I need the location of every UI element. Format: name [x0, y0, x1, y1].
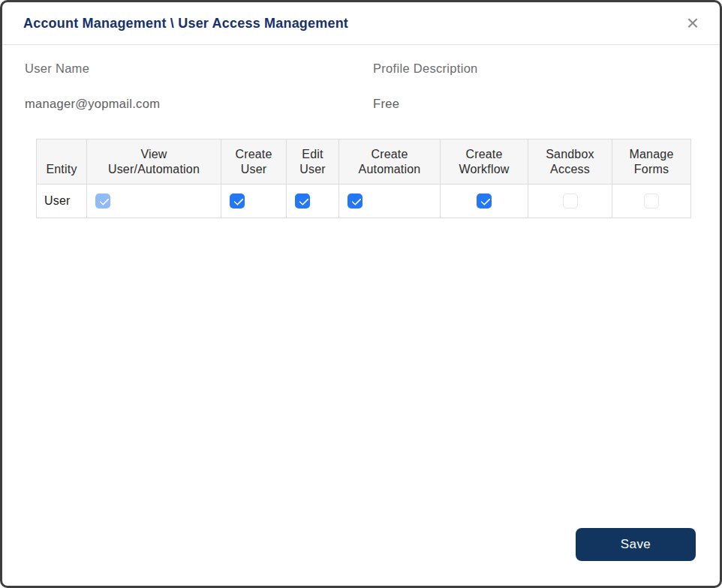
user-name-value: manager@yopmail.com [25, 96, 373, 111]
manage-forms-checkbox [644, 194, 659, 208]
profile-description-value: Free [373, 96, 697, 111]
profile-description-label: Profile Description [373, 61, 697, 76]
manage-forms-cell [612, 184, 691, 218]
create-user-checkbox[interactable] [230, 194, 245, 208]
save-button[interactable]: Save [576, 528, 696, 561]
dialog-header: Account Management \ User Access Managem… [2, 2, 720, 45]
create-user-cell [221, 184, 287, 218]
user-info-section: User Name Profile Description manager@yo… [25, 61, 697, 111]
entity-cell: User [37, 184, 87, 218]
table-row: User [37, 184, 691, 218]
close-button[interactable]: × [684, 13, 702, 34]
column-header-view-user-automation: View User/Automation [87, 140, 221, 184]
permissions-table: Entity View User/Automation Create User … [36, 139, 691, 218]
create-automation-cell [339, 184, 441, 218]
table-header-row: Entity View User/Automation Create User … [37, 140, 691, 184]
column-header-edit-user: Edit User [287, 140, 339, 184]
column-header-create-workflow: Create Workflow [441, 140, 528, 184]
create-workflow-checkbox[interactable] [477, 194, 492, 208]
close-icon: × [687, 11, 699, 34]
column-header-entity: Entity [37, 140, 87, 184]
sandbox-access-checkbox [563, 194, 578, 208]
view-user-automation-checkbox [95, 194, 110, 208]
user-name-label: User Name [25, 61, 373, 76]
column-header-sandbox-access: Sandbox Access [528, 140, 612, 184]
column-header-manage-forms: Manage Forms [612, 140, 691, 184]
view-user-automation-cell [87, 184, 221, 218]
column-header-create-automation: Create Automation [339, 140, 441, 184]
create-automation-checkbox[interactable] [347, 194, 363, 208]
column-header-create-user: Create User [221, 140, 287, 184]
create-workflow-cell [441, 184, 528, 218]
dialog-title: Account Management \ User Access Managem… [23, 16, 348, 32]
sandbox-access-cell [528, 184, 612, 218]
user-access-management-dialog: Account Management \ User Access Managem… [0, 0, 722, 588]
edit-user-cell [287, 184, 339, 218]
edit-user-checkbox[interactable] [295, 194, 310, 208]
